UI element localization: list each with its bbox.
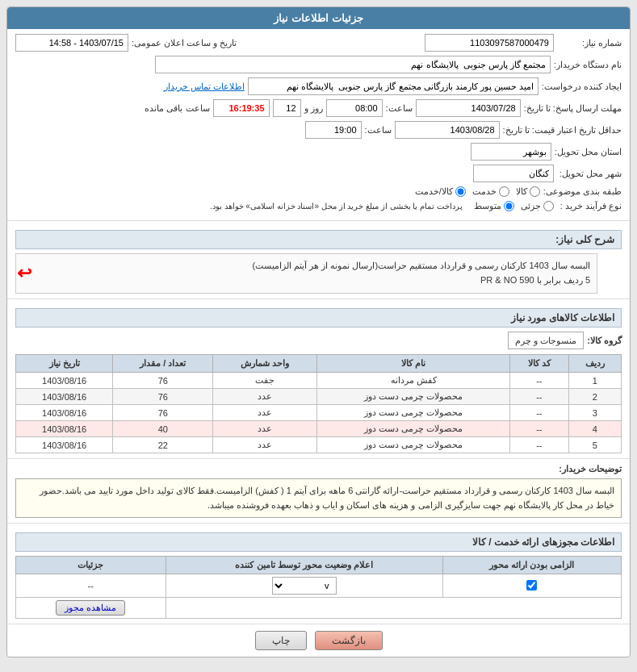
nav-note: پرداخت تمام یا بخشی از مبلغ خرید از محل …	[210, 202, 463, 211]
shrh-line2: 5 ردیف برابر با PR & NO 590	[23, 273, 590, 288]
mohlat-time-input[interactable]	[326, 99, 383, 117]
mohlat-roz-input[interactable]	[273, 99, 301, 117]
radio-kala-khadamat[interactable]	[455, 186, 466, 197]
shrh-line1: البسه سال 1403 کارکنان رسمی و قرارداد مس…	[23, 259, 590, 273]
empty-cell	[166, 598, 621, 619]
radio-jozi-label: جزئی	[521, 201, 541, 211]
view-btn-cell: مشاهده مجوز	[16, 598, 166, 619]
col-tarikh: تاریخ نیاز	[16, 355, 113, 373]
radio-kala-label: کالا	[516, 186, 527, 197]
mohlat-date-input[interactable]	[416, 99, 521, 117]
ijad-konande-label: ایجاد کننده درخواست:	[542, 81, 622, 92]
shrh-koli-title: شرح کلی نیاز:	[15, 230, 622, 249]
radio-motawaset[interactable]	[504, 201, 514, 211]
shahr-label: شهر محل تحویل:	[557, 169, 622, 179]
radio-kala[interactable]	[530, 186, 540, 197]
table-row: 5--محصولات چرمی دست دوزعدد221403/08/16	[16, 437, 622, 453]
radio-jozi[interactable]	[543, 201, 554, 211]
mohlat-saaat-label: ساعت باقی مانده	[145, 103, 209, 114]
radio-motawaset-item: متوسط	[474, 201, 514, 211]
arrow-red-icon: ↩	[17, 263, 31, 284]
tawzihat-box: البسه سال 1403 کارکنان رسمی و قرارداد مس…	[15, 478, 622, 518]
items-table: ردیف کد کالا نام کالا واحد شمارش تعداد /…	[15, 354, 622, 453]
nav-farayand-label: نوع فرآیند خرید :	[557, 201, 622, 211]
shahr-input[interactable]	[473, 165, 554, 182]
ostan-input[interactable]	[471, 143, 551, 161]
col-ilzami: الزامی بودن ارائه محور	[442, 557, 621, 574]
radio-khadamat-item: خدمت	[472, 186, 509, 197]
mohlat-roz-label: روز و	[304, 103, 323, 114]
ettelaat-tamas-link[interactable]: اطلاعات تماس خریدار	[164, 81, 245, 92]
ettelaat-kala-title: اطلاعات کالاهای مورد نیاز	[15, 308, 622, 328]
shrh-koli-box: البسه سال 1403 کارکنان رسمی و قرارداد مس…	[15, 253, 597, 294]
radio-motawaset-label: متوسط	[474, 201, 501, 211]
col-tedad: تعداد / مقدار	[113, 355, 213, 373]
tawzihat-label: توضیحات خریدار:	[557, 464, 622, 474]
back-button[interactable]: بازگشت	[315, 631, 383, 650]
col-radif: ردیف	[568, 355, 621, 373]
shomara-niaz-input[interactable]	[425, 34, 554, 52]
tarikh-label: تاریخ و ساعت اعلان عمومی:	[132, 38, 237, 48]
ostan-label: استان محل تحویل:	[555, 147, 622, 157]
joziat-dash: --	[88, 581, 94, 591]
view-button[interactable]: مشاهده مجوز	[56, 600, 125, 616]
col-joziat: جزئیات	[16, 557, 166, 574]
ilzami-cell	[442, 574, 621, 598]
col-name: نام کالا	[317, 355, 510, 373]
shomara-niaz-label: شماره نیاز:	[557, 38, 622, 48]
elam-cell: v	[166, 574, 442, 598]
col-elam: اعلام وضعیت محور توسط تامین کننده	[166, 557, 442, 574]
ilzami-checkbox[interactable]	[526, 580, 537, 591]
mohlat-saaat-input[interactable]	[213, 99, 270, 117]
jadval-time-input[interactable]	[305, 121, 362, 139]
jadval-date-input[interactable]	[395, 121, 500, 139]
table-row: 1--کفش مردانهجفت761403/08/16	[16, 373, 622, 389]
grohe-kala-label: گروه کالا:	[587, 336, 622, 346]
mohlat-time-label: ساعت:	[386, 103, 413, 114]
tabaghe-label: طبقه بندی موضوعی:	[543, 186, 622, 197]
radio-khadamat-label: خدمت	[472, 186, 497, 197]
col-kod: کد کالا	[510, 355, 569, 373]
radio-kala-khadamat-label: کالا/خدمت	[415, 186, 453, 197]
radio-jozi-item: جزئی	[521, 201, 554, 211]
table-row: 2--محصولات چرمی دست دوزعدد761403/08/16	[16, 389, 622, 405]
col-vahed: واحد شمارش	[213, 355, 317, 373]
print-button[interactable]: چاپ	[255, 631, 307, 650]
ijad-konande-input[interactable]	[248, 77, 539, 95]
nam-dastgah-label: نام دستگاه خریدار:	[554, 60, 622, 70]
mojawaz-table: الزامی بودن ارائه محور اعلام وضعیت محور …	[15, 556, 622, 619]
footer-buttons: بازگشت چاپ	[7, 624, 630, 657]
nam-dastgah-input[interactable]	[155, 56, 551, 73]
page-header: جزئیات اطلاعات نیاز	[7, 7, 630, 29]
elam-select[interactable]: v	[272, 577, 337, 595]
jadval-time-label: ساعت:	[365, 125, 392, 136]
joziat-cell: --	[16, 574, 166, 598]
mohlat-ersal-label: مهلت ارسال پاسخ: تا تاریخ:	[524, 103, 622, 114]
grohe-kala-value: منسوجات و چرم	[508, 332, 584, 349]
ettelaat-mojawaz-title: اطلاعات مجوزهای ارائه خدمت / کالا	[15, 532, 622, 552]
table-row: 3--محصولات چرمی دست دوزعدد761403/08/16	[16, 405, 622, 421]
radio-kala-khadamat-item: کالا/خدمت	[415, 186, 466, 197]
table-row: 4--محصولات چرمی دست دوزعدد401403/08/16	[16, 421, 622, 437]
page-title: جزئیات اطلاعات نیاز	[274, 12, 363, 24]
tarikh-input[interactable]	[15, 34, 128, 52]
jadval-label: حداقل تاریخ اعتبار قیمت: تا تاریخ:	[503, 125, 622, 136]
radio-kala-item: کالا	[516, 186, 540, 197]
radio-khadamat[interactable]	[499, 186, 509, 197]
